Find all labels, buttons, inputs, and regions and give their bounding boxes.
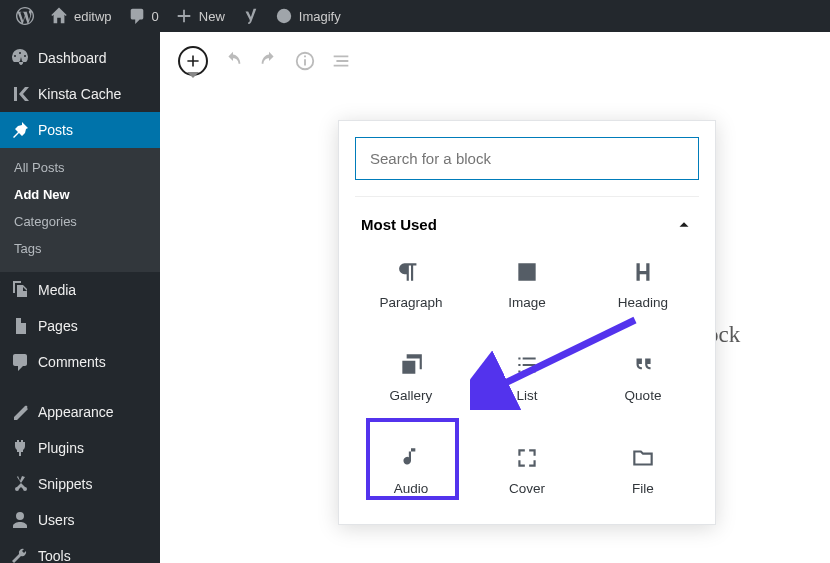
block-quote[interactable]: Quote <box>587 340 699 415</box>
sidebar-label: Dashboard <box>38 50 107 66</box>
plus-icon <box>175 7 193 25</box>
chevron-up-icon <box>675 215 693 233</box>
block-image[interactable]: Image <box>471 247 583 322</box>
comments-icon <box>10 352 30 372</box>
new-label: New <box>199 9 225 24</box>
pages-icon <box>10 316 30 336</box>
block-label: Paragraph <box>379 295 442 310</box>
wordpress-logo[interactable] <box>8 0 42 32</box>
add-block-button[interactable] <box>178 46 208 76</box>
image-icon <box>514 259 540 285</box>
site-name-text: editwp <box>74 9 112 24</box>
block-audio[interactable]: Audio <box>355 433 467 508</box>
imagify-icon <box>275 7 293 25</box>
yoast-icon <box>241 7 259 25</box>
imagify-link[interactable]: Imagify <box>267 0 349 32</box>
sidebar-label: Snippets <box>38 476 92 492</box>
posts-submenu: All Posts Add New Categories Tags <box>0 148 160 272</box>
comments-count: 0 <box>152 9 159 24</box>
block-label: Image <box>508 295 546 310</box>
block-label: Audio <box>394 481 429 496</box>
imagify-label: Imagify <box>299 9 341 24</box>
sidebar-item-users[interactable]: Users <box>0 502 160 538</box>
paragraph-icon <box>398 259 424 285</box>
kinsta-icon <box>10 84 30 104</box>
yoast-link[interactable] <box>233 0 267 32</box>
sidebar-item-tools[interactable]: Tools <box>0 538 160 563</box>
submenu-add-new[interactable]: Add New <box>0 181 160 208</box>
sidebar-item-pages[interactable]: Pages <box>0 308 160 344</box>
block-heading[interactable]: Heading <box>587 247 699 322</box>
block-grid: Paragraph Image Heading Gallery List <box>355 247 699 508</box>
block-label: File <box>632 481 654 496</box>
editor-content: to choose a block Most Used Paragraph Im… <box>160 32 830 563</box>
comments-link[interactable]: 0 <box>120 0 167 32</box>
cover-icon <box>514 445 540 471</box>
home-icon <box>50 7 68 25</box>
redo-icon[interactable] <box>258 50 280 72</box>
block-list[interactable]: List <box>471 340 583 415</box>
plugins-icon <box>10 438 30 458</box>
info-icon[interactable] <box>294 50 316 72</box>
submenu-categories[interactable]: Categories <box>0 208 160 235</box>
sidebar-item-plugins[interactable]: Plugins <box>0 430 160 466</box>
comment-icon <box>128 7 146 25</box>
new-content-link[interactable]: New <box>167 0 233 32</box>
svg-point-0 <box>277 9 291 23</box>
media-icon <box>10 280 30 300</box>
block-label: Gallery <box>390 388 433 403</box>
block-inserter-popover: Most Used Paragraph Image Heading <box>338 120 716 525</box>
plus-icon <box>185 53 201 69</box>
submenu-tags[interactable]: Tags <box>0 235 160 262</box>
block-gallery[interactable]: Gallery <box>355 340 467 415</box>
block-label: Quote <box>625 388 662 403</box>
sidebar-label: Tools <box>38 548 71 563</box>
block-file[interactable]: File <box>587 433 699 508</box>
sidebar-item-kinsta[interactable]: Kinsta Cache <box>0 76 160 112</box>
sidebar-label: Users <box>38 512 75 528</box>
sidebar-label: Posts <box>38 122 73 138</box>
heading-icon <box>630 259 656 285</box>
editor-toolbar <box>160 32 830 90</box>
pin-icon <box>10 120 30 140</box>
admin-sidebar: Dashboard Kinsta Cache Posts All Posts A… <box>0 32 160 563</box>
sidebar-label: Media <box>38 282 76 298</box>
tools-icon <box>10 546 30 563</box>
inserter-section-header[interactable]: Most Used <box>355 196 699 247</box>
list-icon <box>514 352 540 378</box>
block-search-input[interactable] <box>355 137 699 180</box>
sidebar-item-snippets[interactable]: Snippets <box>0 466 160 502</box>
block-cover[interactable]: Cover <box>471 433 583 508</box>
submenu-all-posts[interactable]: All Posts <box>0 154 160 181</box>
undo-icon[interactable] <box>222 50 244 72</box>
file-icon <box>630 445 656 471</box>
audio-icon <box>398 445 424 471</box>
gallery-icon <box>398 352 424 378</box>
sidebar-label: Pages <box>38 318 78 334</box>
quote-icon <box>630 352 656 378</box>
block-label: List <box>516 388 537 403</box>
sidebar-label: Plugins <box>38 440 84 456</box>
snippets-icon <box>10 474 30 494</box>
block-label: Heading <box>618 295 668 310</box>
sidebar-label: Comments <box>38 354 106 370</box>
wordpress-icon <box>16 7 34 25</box>
sidebar-item-comments[interactable]: Comments <box>0 344 160 380</box>
outline-icon[interactable] <box>330 50 352 72</box>
sidebar-label: Appearance <box>38 404 114 420</box>
sidebar-item-posts[interactable]: Posts <box>0 112 160 148</box>
block-paragraph[interactable]: Paragraph <box>355 247 467 322</box>
section-title: Most Used <box>361 216 437 233</box>
appearance-icon <box>10 402 30 422</box>
sidebar-item-media[interactable]: Media <box>0 272 160 308</box>
users-icon <box>10 510 30 530</box>
block-label: Cover <box>509 481 545 496</box>
admin-bar: editwp 0 New Imagify <box>0 0 830 32</box>
dashboard-icon <box>10 48 30 68</box>
site-name-link[interactable]: editwp <box>42 0 120 32</box>
sidebar-item-appearance[interactable]: Appearance <box>0 394 160 430</box>
sidebar-label: Kinsta Cache <box>38 86 121 102</box>
sidebar-item-dashboard[interactable]: Dashboard <box>0 40 160 76</box>
